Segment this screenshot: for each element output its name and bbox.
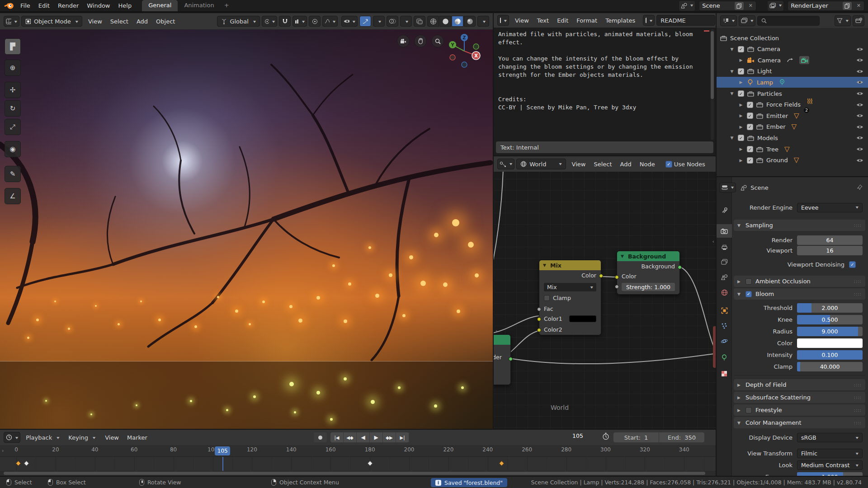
background-strength-input-socket[interactable]	[615, 285, 619, 289]
nav-tab-data-icon[interactable]	[717, 351, 732, 364]
move-view-icon[interactable]	[414, 35, 427, 47]
nav-tab-object-icon[interactable]	[717, 304, 732, 317]
background-node-header[interactable]: ▼Background	[617, 251, 679, 261]
workspace-tab-animation[interactable]: Animation	[178, 0, 220, 11]
viewport-menu-add[interactable]: Add	[132, 16, 152, 27]
tool-measure[interactable]: ∠	[5, 188, 21, 204]
mix-node-header[interactable]: ▼Mix	[539, 260, 601, 270]
look-dropdown[interactable]: Medium Contrast▼	[797, 460, 863, 470]
collapse-icon[interactable]: ▼	[729, 136, 735, 140]
keyframe-diamond[interactable]	[499, 460, 505, 466]
snap-toggle-icon[interactable]	[279, 16, 291, 27]
play-button[interactable]: ▶	[370, 432, 383, 442]
freestyle-checkbox[interactable]	[745, 407, 752, 413]
subsurface-scattering-panel-header[interactable]: ▶Subsurface Scattering::::	[734, 392, 865, 403]
object-visibility-dropdown[interactable]: ▼	[341, 16, 358, 27]
editor-type-timeline-icon[interactable]: ▼	[4, 432, 20, 443]
outliner-checkbox[interactable]: ✓	[747, 124, 753, 130]
collapse-icon[interactable]: ▼	[729, 47, 735, 52]
zoom-view-icon[interactable]	[431, 35, 444, 47]
menu-window[interactable]: Window	[83, 0, 114, 11]
xray-toggle-icon[interactable]	[414, 16, 425, 27]
outliner-checkbox[interactable]: ✓	[747, 113, 753, 119]
viewport-samples-field[interactable]: 16	[797, 246, 863, 255]
ambient-occlusion-checkbox[interactable]	[745, 278, 752, 285]
bloom-clamp-slider[interactable]: 40.000	[797, 362, 863, 371]
gizmo-dropdown[interactable]: ▼	[373, 16, 385, 27]
outliner-row-tree[interactable]: ▶✓Tree▽	[717, 144, 868, 155]
timeline-tracks[interactable]	[0, 457, 716, 471]
expand-icon[interactable]: ▶	[738, 58, 744, 62]
shading-dropdown[interactable]: ▼	[477, 16, 489, 27]
text-datablock-field[interactable]: README	[656, 15, 715, 26]
tool-transform[interactable]: ◉	[5, 141, 21, 157]
new-collection-icon[interactable]	[853, 15, 864, 26]
nav-tab-particles-icon[interactable]	[717, 319, 732, 333]
render-engine-dropdown[interactable]: Eevee▼	[797, 203, 863, 212]
text-menu-format[interactable]: Format	[572, 15, 601, 26]
background-color-input-socket[interactable]	[615, 275, 619, 279]
view-transform-dropdown[interactable]: Filmic▼	[797, 449, 863, 458]
outliner-row-camera[interactable]: ▶Camera	[717, 55, 868, 66]
proportional-editing-icon[interactable]	[309, 16, 321, 27]
frame-end-field[interactable]: End:350	[659, 432, 704, 442]
outliner-search-field[interactable]	[757, 16, 820, 26]
outliner-checkbox[interactable]: ✓	[738, 135, 744, 141]
visibility-eye-icon[interactable]	[856, 125, 863, 129]
bloom-intensity-slider[interactable]: 0.100	[797, 350, 863, 360]
bloom-knee-slider[interactable]: 0.500	[797, 315, 863, 324]
camera-view-icon[interactable]	[397, 35, 410, 47]
visibility-eye-icon[interactable]	[856, 69, 863, 74]
shading-rendered-icon[interactable]	[464, 16, 476, 27]
render-layer-copy-icon[interactable]	[843, 2, 852, 10]
world-datablock-dropdown[interactable]: World▼	[516, 159, 566, 169]
render-samples-field[interactable]: 64	[797, 235, 863, 245]
node-menu-select[interactable]: Select	[590, 159, 616, 169]
viewport-menu-object[interactable]: Object	[152, 16, 179, 27]
render-layer-browse-icon[interactable]: ▼	[767, 0, 784, 11]
mix-blend-mode-dropdown[interactable]: Mix▼	[544, 283, 596, 291]
pin-icon[interactable]	[857, 184, 863, 191]
render-layer-unlink-icon[interactable]: ✕	[854, 3, 863, 9]
next-keyframe-button[interactable]: ◆▶	[383, 432, 396, 442]
keyframe-diamond[interactable]	[367, 460, 373, 466]
overlays-toggle-icon[interactable]	[387, 16, 398, 27]
background-output-socket[interactable]	[678, 265, 682, 269]
text-scrollbar[interactable]	[711, 29, 714, 140]
text-menu-text[interactable]: Text	[533, 15, 553, 26]
bloom-threshold-slider[interactable]: 2.000	[797, 303, 863, 313]
previous-keyframe-button[interactable]: ◀◆	[344, 432, 357, 442]
visibility-eye-icon[interactable]	[856, 47, 863, 52]
nav-tab-world-icon[interactable]	[717, 286, 732, 299]
pivot-point-dropdown[interactable]: ▼	[262, 16, 277, 27]
nav-tab-output-icon[interactable]	[717, 240, 732, 254]
keying-dropdown[interactable]: Keying▼	[65, 432, 99, 443]
snap-target-dropdown[interactable]: ▼	[292, 16, 307, 27]
keyframe-diamond[interactable]	[24, 460, 29, 466]
text-menu-view[interactable]: View	[511, 15, 533, 26]
shading-material-icon[interactable]	[452, 16, 463, 27]
tool-rotate[interactable]: ↻	[5, 100, 21, 117]
editor-type-outliner-icon[interactable]: ▼	[720, 15, 737, 26]
orientation-dropdown[interactable]: Global▼	[217, 16, 260, 27]
visibility-eye-icon[interactable]	[856, 103, 863, 107]
viewport-denoising-checkbox[interactable]: ✓	[849, 261, 856, 268]
outliner-row-lamp[interactable]: ▶Lamp	[717, 77, 868, 88]
viewport-canvas[interactable]	[0, 29, 493, 430]
collapse-icon[interactable]: ▼	[729, 69, 735, 74]
outliner-checkbox[interactable]: ✓	[738, 90, 744, 97]
proportional-falloff-dropdown[interactable]: ▼	[322, 16, 338, 27]
exposure-slider[interactable]: 1.000	[797, 472, 863, 476]
jump-to-start-button[interactable]: |◀	[330, 432, 344, 442]
visibility-eye-icon[interactable]	[856, 80, 863, 84]
outliner-filter-dropdown[interactable]: ▼	[835, 15, 851, 26]
mix-color1-input-socket[interactable]	[537, 317, 541, 321]
scene-browse-icon[interactable]: ▼	[679, 0, 695, 11]
viewport-menu-select[interactable]: Select	[106, 16, 132, 27]
visibility-eye-icon[interactable]	[856, 147, 863, 151]
region-expand-left-icon[interactable]: ›	[495, 328, 497, 334]
expand-icon[interactable]: ▶	[738, 103, 744, 107]
outliner-checkbox[interactable]: ✓	[738, 46, 744, 52]
bloom-radius-slider[interactable]: 9.000	[797, 327, 863, 336]
nav-tab-tool-icon[interactable]	[717, 203, 732, 217]
